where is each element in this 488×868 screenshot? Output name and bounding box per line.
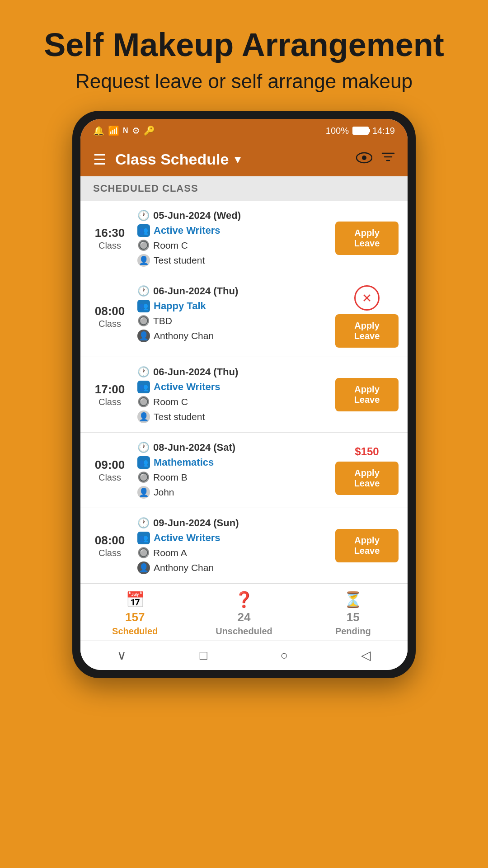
- clock-icon-4: 🕐: [137, 442, 150, 453]
- status-right: 100% 14:19: [326, 126, 395, 136]
- class-room-4: 🔘 Room B: [137, 472, 328, 483]
- class-details-1: 🕐 05-Jun-2024 (Wed) 👥 Active Writers 🔘 R…: [137, 210, 328, 267]
- apply-leave-button-2[interactable]: Apply Leave: [335, 314, 399, 348]
- home-button[interactable]: □: [200, 648, 207, 663]
- pending-count: 15: [347, 610, 360, 624]
- clock-icon-2: 🕐: [137, 285, 150, 297]
- nfc-icon: N: [123, 127, 128, 135]
- class-name-3: 👥 Active Writers: [137, 381, 328, 393]
- class-student-2: 👤 Anthony Chan: [137, 330, 328, 342]
- class-details-3: 🕐 06-Jun-2024 (Thu) 👥 Active Writers 🔘 R…: [137, 366, 328, 423]
- student-avatar-3: 👤: [137, 410, 150, 423]
- class-item-3: 17:00 Class 🕐 06-Jun-2024 (Thu) 👥 Active…: [80, 357, 408, 433]
- student-avatar-2: 👤: [137, 330, 150, 342]
- battery-percent: 100%: [326, 126, 349, 136]
- class-time-2: 08:00 Class: [89, 285, 130, 348]
- class-name-1: 👥 Active Writers: [137, 224, 328, 237]
- apply-leave-button-1[interactable]: Apply Leave: [335, 222, 399, 255]
- home-circle-button[interactable]: ○: [280, 648, 288, 663]
- class-details-4: 🕐 08-Jun-2024 (Sat) 👥 Mathematics 🔘 Room…: [137, 442, 328, 499]
- class-student-4: 👤 John: [137, 486, 328, 499]
- class-name-2: 👥 Happy Talk: [137, 300, 328, 312]
- settings-icon: ⚙: [132, 125, 140, 136]
- wifi-icon: 📶: [108, 125, 119, 136]
- clock-icon: 🕐: [137, 210, 150, 222]
- unscheduled-label: Unscheduled: [216, 626, 272, 637]
- class-list: 16:30 Class 🕐 05-Jun-2024 (Wed) 👥 Active…: [80, 201, 408, 584]
- student-avatar-5: 👤: [137, 561, 150, 574]
- bottom-nav: 📅 157 Scheduled ❓ 24 Unscheduled ⏳ 15 Pe…: [80, 584, 408, 640]
- dropdown-arrow-icon[interactable]: ▼: [232, 153, 243, 166]
- status-left-icons: 🔔 📶 N ⚙ 🔑: [93, 125, 155, 136]
- unscheduled-count: 24: [238, 610, 251, 624]
- pending-label: Pending: [335, 626, 371, 637]
- class-action-1: Apply Leave: [335, 210, 399, 267]
- class-item-5: 08:00 Class 🕐 09-Jun-2024 (Sun) 👥 Active…: [80, 508, 408, 584]
- battery-icon: [352, 127, 369, 135]
- recent-apps-button[interactable]: ◁: [361, 648, 371, 663]
- class-item-2: 08:00 Class 🕐 06-Jun-2024 (Thu) 👥 Happy …: [80, 276, 408, 357]
- student-avatar: 👤: [137, 254, 150, 267]
- class-date-2: 🕐 06-Jun-2024 (Thu): [137, 285, 328, 297]
- unscheduled-icon: ❓: [235, 590, 253, 609]
- class-room-5: 🔘 Room A: [137, 547, 328, 559]
- scheduled-label: Scheduled: [112, 626, 158, 637]
- class-room-1: 🔘 Room C: [137, 240, 328, 251]
- apply-leave-button-4[interactable]: Apply Leave: [335, 462, 399, 495]
- app-bar: ☰ Class Schedule ▼: [80, 142, 408, 176]
- class-room-2: 🔘 TBD: [137, 315, 328, 327]
- back-button[interactable]: ∨: [117, 648, 127, 663]
- class-action-2: Apply Leave: [335, 285, 399, 348]
- filter-icon[interactable]: [381, 151, 395, 168]
- class-student-5: 👤 Anthony Chan: [137, 561, 328, 574]
- app-bar-action-icons: [356, 151, 395, 168]
- class-time-3: 17:00 Class: [89, 366, 130, 423]
- class-action-4: $150 Apply Leave: [335, 442, 399, 499]
- hamburger-menu-icon[interactable]: ☰: [93, 151, 106, 168]
- people-icon-2: 👥: [137, 300, 150, 312]
- people-icon-4: 👥: [137, 456, 150, 469]
- apply-leave-button-5[interactable]: Apply Leave: [335, 529, 399, 562]
- android-nav: ∨ □ ○ ◁: [80, 640, 408, 670]
- class-action-3: Apply Leave: [335, 366, 399, 423]
- status-bar: 🔔 📶 N ⚙ 🔑 100% 14:19: [80, 119, 408, 142]
- class-room-3: 🔘 Room C: [137, 396, 328, 408]
- class-name-5: 👥 Active Writers: [137, 532, 328, 544]
- apply-leave-button-3[interactable]: Apply Leave: [335, 378, 399, 411]
- people-icon-3: 👥: [137, 381, 150, 393]
- phone-device: 🔔 📶 N ⚙ 🔑 100% 14:19 ☰ Class Schedule ▼: [72, 111, 416, 678]
- class-student-1: 👤 Test student: [137, 254, 328, 267]
- class-details-5: 🕐 09-Jun-2024 (Sun) 👥 Active Writers 🔘 R…: [137, 517, 328, 574]
- notification-icon: 🔔: [93, 125, 104, 136]
- class-date-3: 🕐 06-Jun-2024 (Thu): [137, 366, 328, 378]
- nav-pending[interactable]: ⏳ 15 Pending: [299, 590, 408, 637]
- clock-icon-3: 🕐: [137, 366, 150, 378]
- class-student-3: 👤 Test student: [137, 410, 328, 423]
- class-date-5: 🕐 09-Jun-2024 (Sun): [137, 517, 328, 529]
- scheduled-count: 157: [125, 610, 145, 624]
- class-date-1: 🕐 05-Jun-2024 (Wed): [137, 210, 328, 222]
- class-time-4: 09:00 Class: [89, 442, 130, 499]
- class-time-5: 08:00 Class: [89, 517, 130, 574]
- nav-unscheduled[interactable]: ❓ 24 Unscheduled: [189, 590, 298, 637]
- people-icon: 👥: [137, 224, 150, 237]
- nav-scheduled[interactable]: 📅 157 Scheduled: [80, 590, 189, 637]
- scheduled-icon: 📅: [126, 590, 145, 609]
- class-action-5: Apply Leave: [335, 517, 399, 574]
- page-subtitle: Request leave or self arrange makeup: [18, 70, 470, 93]
- svg-point-1: [362, 156, 366, 160]
- class-item-4: 09:00 Class 🕐 08-Jun-2024 (Sat) 👥 Mathem…: [80, 433, 408, 508]
- class-item: 16:30 Class 🕐 05-Jun-2024 (Wed) 👥 Active…: [80, 201, 408, 276]
- clock: 14:19: [372, 126, 395, 136]
- people-icon-5: 👥: [137, 532, 150, 544]
- room-icon: 🔘: [137, 240, 150, 251]
- price-text: $150: [355, 445, 379, 458]
- room-icon-5: 🔘: [137, 547, 150, 559]
- student-avatar-4: 👤: [137, 486, 150, 499]
- clock-icon-5: 🕐: [137, 517, 150, 529]
- eye-icon[interactable]: [356, 151, 372, 168]
- class-date-4: 🕐 08-Jun-2024 (Sat): [137, 442, 328, 453]
- cancel-icon: [354, 285, 380, 311]
- room-icon-4: 🔘: [137, 472, 150, 483]
- vpn-icon: 🔑: [144, 125, 155, 136]
